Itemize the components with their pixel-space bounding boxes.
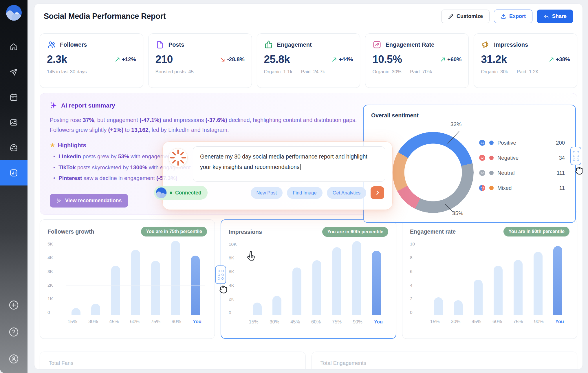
bottom-cards-row: Total Fans Total Engagements <box>40 352 577 370</box>
bar <box>514 260 523 315</box>
view-recommendations-button[interactable]: View recommendations <box>50 194 128 208</box>
x-tick-label: You <box>554 319 565 324</box>
mixed-face-icon <box>479 185 486 191</box>
pencil-icon <box>448 14 454 19</box>
find-image-chip[interactable]: Find Image <box>287 187 323 199</box>
x-tick-label: 90% <box>171 319 182 324</box>
sidebar-item-account[interactable] <box>8 354 19 365</box>
positive-face-icon <box>479 139 486 146</box>
export-button[interactable]: Export <box>494 10 532 23</box>
x-tick-label: 30% <box>269 319 280 325</box>
trend-up-icon <box>115 57 120 62</box>
x-labels: 15%30%45%60%75%90%You <box>63 319 207 324</box>
bar-chart-icon <box>9 168 18 177</box>
drag-handle[interactable] <box>215 265 226 284</box>
bar <box>91 304 100 315</box>
x-tick-label: 75% <box>150 319 161 324</box>
y-tick-label: 10 <box>410 242 425 246</box>
megaphone-icon <box>481 40 490 49</box>
neutral-face-icon <box>479 170 486 176</box>
legend-row-neutral: Neutral 111 <box>479 170 565 176</box>
app-root: Social Media Performance Report Customiz… <box>0 0 588 373</box>
x-tick-label: 45% <box>290 319 301 325</box>
bars <box>428 242 568 315</box>
impressions-chart-card: Impressions You are in 60th percentile 1… <box>221 219 396 339</box>
kpi-label: Followers <box>60 41 87 48</box>
kpi-subtext: Organic: 30kPaid: 1.2K <box>481 69 570 74</box>
sentiment-donut-chart <box>393 132 474 213</box>
share-button[interactable]: Share <box>537 10 573 23</box>
image-icon <box>9 118 18 127</box>
x-tick-label: 60% <box>491 319 503 324</box>
percentile-badge: You are in 90th percentile <box>503 227 569 236</box>
bar <box>131 250 140 315</box>
thumbs-up-icon <box>264 40 273 49</box>
y-tick-label: 3K <box>47 269 63 274</box>
sidebar-item-add[interactable] <box>8 300 19 312</box>
x-tick-label: 30% <box>450 319 461 324</box>
y-tick-label: 8 <box>410 255 425 260</box>
legend-label: Negative <box>497 155 519 161</box>
y-tick-label: 2 <box>410 296 425 301</box>
bar <box>474 280 483 315</box>
get-analytics-chip[interactable]: Get Analytics <box>327 187 366 199</box>
sidebar-item-calendar[interactable] <box>0 85 28 110</box>
kpi-label: Engagement Rate <box>385 41 434 48</box>
report-header: Social Media Performance Report Customiz… <box>34 4 582 29</box>
kpi-value: 31.2k <box>481 53 507 65</box>
legend-row-negative: Negative 34 <box>479 154 565 161</box>
bar <box>292 268 301 315</box>
bar <box>494 266 503 315</box>
send-icon <box>9 68 18 77</box>
sidebar-item-inbox[interactable] <box>0 135 28 160</box>
bar-you <box>372 251 381 315</box>
prompt-text-line2: your key insights and recommendations <box>200 164 300 170</box>
total-engagements-card: Total Engagements <box>312 352 578 370</box>
bar <box>72 308 80 315</box>
sidebar-item-publish[interactable] <box>0 59 28 85</box>
new-post-chip[interactable]: New Post <box>251 187 283 199</box>
trend-up-icon <box>549 57 554 62</box>
starburst-icon <box>169 148 187 167</box>
bar <box>253 303 262 315</box>
y-tick-label: 8K <box>229 256 244 260</box>
bar <box>434 297 443 315</box>
sidebar-item-home[interactable] <box>0 34 28 59</box>
legend-value: 111 <box>557 170 565 176</box>
kpi-card-impressions: Impressions 31.2k +38% Organic: 30kPaid:… <box>474 33 577 88</box>
card-title: Total Fans <box>49 360 297 366</box>
bars <box>66 242 205 315</box>
question-circle-icon <box>8 327 19 337</box>
header-actions: Customize Export Share <box>441 10 573 23</box>
plot-area <box>244 242 388 315</box>
percentile-badge: You are in 75th percentile <box>141 227 207 236</box>
send-button[interactable] <box>371 186 384 199</box>
star-icon: ★ <box>50 142 55 149</box>
share-icon <box>543 14 549 19</box>
sidebar <box>0 0 28 373</box>
legend-row-positive: Positive 200 <box>479 139 565 146</box>
status-dot <box>170 192 172 194</box>
sentiment-legend: Positive 200 Negative 34 Neutral 111 <box>479 139 565 191</box>
sidebar-item-analytics[interactable] <box>0 160 28 185</box>
main-panel: Social Media Performance Report Customiz… <box>34 3 583 370</box>
sidebar-bottom <box>8 300 19 365</box>
sidebar-item-media[interactable] <box>0 110 28 135</box>
trend-up-icon <box>440 57 446 62</box>
y-tick-label: 10K <box>229 242 244 247</box>
y-tick-label: 4 <box>410 283 425 288</box>
app-logo[interactable] <box>6 5 22 21</box>
x-tick-label: 90% <box>352 319 363 325</box>
bar <box>534 252 543 315</box>
donut-callout-top: 32% <box>450 121 461 128</box>
sidebar-item-help[interactable] <box>8 327 19 339</box>
prompt-input[interactable]: Generate my 30 day social media performa… <box>193 146 385 182</box>
connected-status: Connected <box>154 186 208 200</box>
legend-value: 11 <box>559 185 565 191</box>
customize-button[interactable]: Customize <box>441 10 490 23</box>
y-tick-label: 2K <box>47 283 63 288</box>
drag-handle[interactable] <box>570 147 581 165</box>
kpi-label: Posts <box>168 41 184 48</box>
x-tick-label: 15% <box>429 319 441 324</box>
overlay-toolbar: Connected New Post Find Image Get Analyt… <box>154 186 384 200</box>
